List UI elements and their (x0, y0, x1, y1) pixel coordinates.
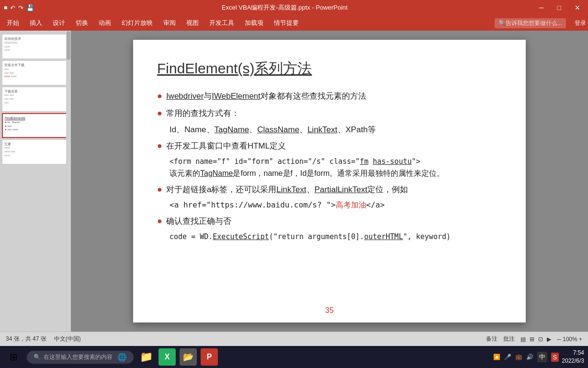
tab-insert[interactable]: 插入 (25, 17, 47, 29)
slide-panel: 自动化技术 OOOOOOxxxxxxxx 安装文件下载 xxxxxx xxxxx… (0, 31, 71, 332)
thumb-content-3: xxx xxxxxx xxxxxx (4, 93, 67, 104)
tab-transitions[interactable]: 切换 (71, 17, 93, 29)
taskbar-ppt-btn[interactable]: P (201, 348, 218, 366)
maximize-btn[interactable]: □ (554, 3, 565, 12)
thumb-content-4: ● Id , Name .● xxx● xxx xxxx (5, 121, 66, 132)
form-line: <form name="f" id="form" action="/s" cla… (170, 157, 420, 166)
taskbar-excel-btn[interactable]: X (158, 348, 176, 366)
slide-panel-scroll[interactable]: 自动化技术 OOOOOOxxxxxxxx 安装文件下载 xxxxxx xxxxx… (0, 31, 71, 332)
date: 2022/6/3 (562, 357, 584, 365)
id-name-content: Id、Name、TagName、ClassName、LinkText、XPath… (170, 125, 376, 134)
undo-btn[interactable]: ↶ (10, 4, 15, 12)
start-btn[interactable]: ⊞ (4, 348, 23, 366)
slide-thumb-2[interactable]: 安装文件下载 xxxxxx xxxxxxx xxxx (2, 60, 69, 85)
thumb-content-5: xxxxxxxx xxxxxxx (4, 146, 67, 157)
taskbar-file-explorer[interactable]: 📁 (137, 348, 155, 366)
slide-number: 35 (325, 306, 334, 315)
scrollbar-thumb (67, 31, 70, 60)
sougou-icon: S (551, 353, 559, 362)
tab-addins[interactable]: 加载项 (240, 17, 268, 29)
bullet-text-1: Iwebdriver与IWebElement对象都有这些查找元素的方法 (166, 90, 366, 103)
tab-animations[interactable]: 动画 (94, 17, 116, 29)
tab-view[interactable]: 视图 (181, 17, 204, 29)
link-red-text: 高考加油 (336, 200, 366, 209)
bullet-text-4: 对于超链接a标签，还可以采用LinkText、PartialLinkText定位… (166, 184, 408, 196)
normal-view-icon[interactable]: ▤ (520, 336, 526, 343)
volume-icon: 🔊 (526, 354, 533, 360)
tab-design[interactable]: 设计 (48, 17, 70, 29)
thumb-label-5: 元素 (4, 142, 67, 146)
system-tray: 🔼 🎤 💼 🔊 中 S (493, 352, 559, 362)
search-icon-taskbar: 🔍 (34, 354, 41, 360)
bullet-text-2: 常用的查找方式有： (166, 107, 239, 120)
tab-story[interactable]: 情节提要 (269, 17, 304, 29)
window-title: Excel VBA编程开发-高级篇.pptx - PowerPoint (222, 3, 348, 12)
bullet-item-4: ● 对于超链接a标签，还可以采用LinkText、PartialLinkText… (157, 184, 502, 196)
slide-title: FindElement(s)系列方法 (157, 59, 502, 79)
slide-count: 34 张，共 47 张 (6, 335, 46, 343)
folder-icon-tray: 💼 (515, 354, 522, 360)
bullet-dot-1: ● (157, 91, 162, 101)
bullet-dot-2: ● (157, 108, 162, 118)
windows-orb: 🌐 (117, 353, 127, 362)
bullet-item-2: ● 常用的查找方式有： (157, 107, 502, 120)
slide-thumb-1[interactable]: 自动化技术 OOOOOOxxxxxxxx (2, 34, 69, 59)
comments-btn[interactable]: 批注 (503, 335, 515, 343)
iwebelement-text: IWebElement (212, 92, 260, 101)
save-btn[interactable]: 💾 (26, 4, 34, 12)
zoom-control[interactable]: ─ 100% + (557, 336, 582, 343)
title-bar-controls: ─ □ ✕ (535, 3, 584, 12)
id-name-line: Id、Name、TagName、ClassName、LinkText、XPath… (170, 124, 502, 135)
bullet-dot-3: ● (157, 141, 162, 151)
thumb-label-2: 安装文件下载 (4, 63, 67, 68)
office-logo: ■ (4, 4, 7, 11)
bullet-text-5: 确认查找正确与否 (166, 215, 231, 228)
taskbar-search[interactable]: 🔍 在这里输入您要搜索的内容 🌐 (27, 351, 134, 364)
title-bar-left: ■ ↶ ↷ 💾 (4, 4, 34, 12)
bullet-item-1: ● Iwebdriver与IWebElement对象都有这些查找元素的方法 (157, 90, 502, 103)
title-bar: ■ ↶ ↷ 💾 Excel VBA编程开发-高级篇.pptx - PowerPo… (0, 0, 588, 15)
form-desc-item: 该元素的TagName是form，name是f，Id是form。通常采用最独特的… (170, 169, 502, 179)
slideshow-icon[interactable]: ▶ (547, 336, 551, 343)
link-line: <a href="https://www.baidu.com/s? ">高考加油… (170, 200, 384, 209)
signin-btn[interactable]: 登录 (575, 19, 586, 27)
bullet-item-5: ● 确认查找正确与否 (157, 215, 502, 228)
slide-thumb-4[interactable]: FindElements ● Id , Name .● xxx● xxx xxx… (2, 113, 69, 138)
redo-btn[interactable]: ↷ (18, 4, 23, 12)
thumb-label-3: 下载安装 (4, 89, 67, 93)
search-icon: 🔍 (498, 20, 506, 26)
taskbar: ⊞ 🔍 在这里输入您要搜索的内容 🌐 📁 X 📂 P 🔼 🎤 💼 🔊 中 S (0, 346, 588, 368)
network-icon: 🔼 (493, 354, 500, 360)
lang: 中文(中国) (54, 335, 81, 343)
code-line-item: code = WD.ExecuteScript("return argument… (170, 232, 502, 241)
view-icons: ▤ ⊞ ⊡ ▶ (520, 336, 551, 343)
tab-review[interactable]: 审阅 (158, 17, 181, 29)
taskbar-folder-btn[interactable]: 📂 (180, 348, 197, 366)
main-area: 自动化技术 OOOOOOxxxxxxxx 安装文件下载 xxxxxx xxxxx… (0, 31, 588, 332)
thumb-label-1: 自动化技术 (4, 36, 67, 41)
ribbon: 开始 插入 设计 切换 动画 幻灯片放映 审阅 视图 开发工具 加载项 情节提要… (0, 15, 588, 31)
form-desc: 该元素的TagName是form，name是f，Id是form。通常采用最独特的… (170, 169, 444, 177)
tab-home[interactable]: 开始 (2, 17, 24, 29)
thumb-content-2: xxxxxx xxxxxxx xxxx (4, 68, 67, 79)
panel-scrollbar[interactable] (66, 31, 71, 332)
time-display: 7:54 2022/6/3 (562, 349, 584, 365)
ribbon-search[interactable]: 🔍 告诉我您想要做什么... (495, 18, 566, 28)
mic-icon: 🎤 (504, 354, 511, 360)
tab-slideshow[interactable]: 幻灯片放映 (117, 17, 158, 29)
reading-view-icon[interactable]: ⊡ (538, 336, 543, 343)
thumb-content-1: OOOOOOxxxxxxxx (4, 41, 67, 52)
slide-sorter-icon[interactable]: ⊞ (530, 336, 534, 343)
status-bar: 34 张，共 47 张 中文(中国) 备注 批注 ▤ ⊞ ⊡ ▶ ─ 100% … (0, 332, 588, 346)
bullet-dot-4: ● (157, 184, 162, 195)
bullet-item-3: ● 在开发工具窗口中查看HTML定义 (157, 140, 502, 152)
lang-indicator: 中 (537, 352, 547, 362)
status-bar-right: 备注 批注 ▤ ⊞ ⊡ ▶ ─ 100% + (486, 335, 582, 343)
notes-btn[interactable]: 备注 (486, 335, 498, 343)
tab-developer[interactable]: 开发工具 (204, 17, 239, 29)
slide-thumb-5[interactable]: 元素 xxxxxxxx xxxxxxx (2, 139, 69, 164)
bullet-text-3: 在开发工具窗口中查看HTML定义 (166, 140, 286, 152)
slide-thumb-3[interactable]: 下载安装 xxx xxxxxx xxxxxx (2, 87, 69, 112)
minimize-btn[interactable]: ─ (535, 3, 548, 12)
close-btn[interactable]: ✕ (571, 3, 584, 12)
